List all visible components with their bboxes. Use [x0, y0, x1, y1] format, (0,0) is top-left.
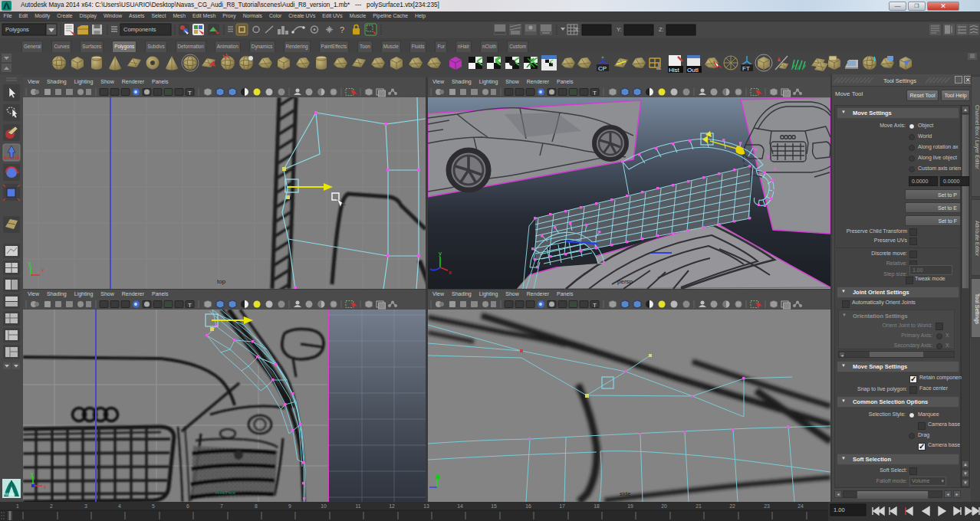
svg-text:24: 24 [797, 503, 804, 509]
svg-text:4: 4 [118, 503, 121, 509]
svg-text:Outl: Outl [687, 67, 699, 74]
svg-text:16: 16 [525, 503, 531, 509]
svg-text:10: 10 [321, 503, 327, 509]
svg-text:11: 11 [355, 503, 360, 509]
svg-text:x: x [449, 269, 452, 276]
svg-text:y: y [28, 260, 31, 267]
svg-text:Z:: Z: [659, 26, 664, 33]
svg-text:y: y [439, 250, 442, 257]
svg-text:FT: FT [742, 65, 750, 72]
svg-text:2: 2 [50, 503, 53, 509]
svg-text:side: side [620, 490, 631, 497]
svg-text:persp: persp [617, 278, 633, 285]
svg-text:Components: Components [123, 26, 156, 33]
svg-text:MAYA: MAYA [5, 492, 15, 496]
svg-text:Polygons: Polygons [5, 26, 29, 33]
svg-text:x: x [44, 484, 47, 490]
svg-text:Hist: Hist [669, 67, 680, 74]
svg-text:1: 1 [16, 503, 19, 509]
svg-text:x: x [41, 267, 44, 273]
svg-text:15: 15 [491, 503, 497, 509]
svg-text:top: top [217, 278, 226, 285]
svg-text:8: 8 [255, 503, 258, 509]
svg-text:7: 7 [220, 503, 223, 509]
svg-text:6: 6 [186, 503, 189, 509]
svg-text:?: ? [340, 25, 344, 34]
svg-text:20: 20 [661, 503, 667, 509]
svg-text:23: 23 [764, 503, 770, 509]
svg-text:14: 14 [457, 503, 463, 509]
svg-text:17: 17 [559, 503, 565, 509]
svg-text:13: 13 [423, 503, 429, 509]
svg-text:12: 12 [389, 503, 395, 509]
svg-text:21: 21 [696, 503, 702, 509]
svg-text:19: 19 [627, 503, 633, 509]
svg-text:3: 3 [84, 503, 87, 509]
svg-text:CP: CP [598, 65, 607, 72]
svg-text:5: 5 [152, 503, 155, 509]
svg-text:9: 9 [288, 503, 291, 509]
svg-text:y: y [31, 471, 34, 477]
svg-text:Y:: Y: [617, 26, 622, 33]
svg-text:18: 18 [594, 503, 600, 509]
svg-text:modelPanel: modelPanel [215, 490, 235, 495]
svg-text:X:: X: [574, 26, 580, 33]
svg-text:1.00: 1.00 [834, 506, 845, 513]
svg-text:22: 22 [729, 503, 735, 509]
